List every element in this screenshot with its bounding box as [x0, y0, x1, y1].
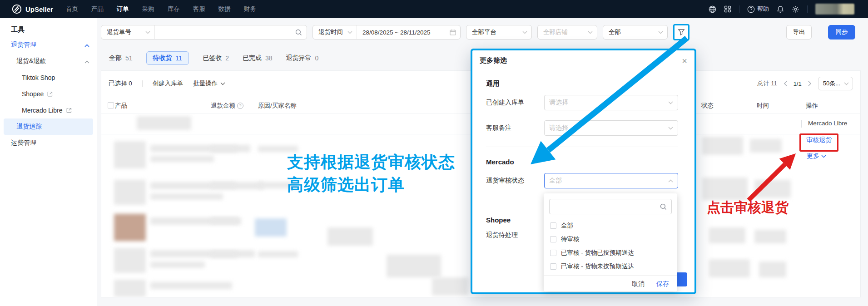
- dropdown-search-input[interactable]: [554, 203, 660, 210]
- redacted-block: [702, 178, 748, 200]
- prev-page-button[interactable]: [784, 81, 787, 86]
- main-nav: 首页 产品 订单 采购 库存 客服 数据 财务: [66, 5, 256, 13]
- sidebar: 工具 退货管理 退货&退款 Tiktok Shop Shopee Mercado…: [0, 18, 97, 306]
- row-more-link[interactable]: 更多: [807, 152, 826, 160]
- checkbox[interactable]: [550, 222, 556, 229]
- option-reviewed-arrived[interactable]: 已审核 - 货物已按预期送达: [549, 246, 672, 260]
- language-globe-icon[interactable]: [709, 5, 716, 13]
- sidebar-item-return-management[interactable]: 退货管理: [0, 37, 97, 53]
- col-refund-amount: 退款金额?: [211, 102, 243, 110]
- sidebar-item-label: Tiktok Shop: [22, 74, 55, 81]
- checkbox[interactable]: [550, 236, 556, 242]
- nav-item-finance[interactable]: 财务: [244, 5, 256, 13]
- search-input[interactable]: [155, 25, 295, 39]
- more-filters-funnel-button[interactable]: [673, 24, 689, 40]
- next-page-button[interactable]: [808, 81, 812, 86]
- redacted-block: [387, 255, 441, 277]
- service-note-select[interactable]: 请选择: [544, 120, 678, 136]
- select-value: 全部: [549, 177, 562, 185]
- sidebar-title: 工具: [0, 18, 97, 37]
- nav-item-data[interactable]: 数据: [218, 5, 231, 13]
- help-label: 帮助: [757, 5, 769, 13]
- page-size-select[interactable]: 50条...: [818, 77, 853, 90]
- save-button[interactable]: 保存: [656, 280, 669, 288]
- sidebar-item-return-refund[interactable]: 退货&退款: [0, 53, 97, 69]
- tab-return-abnormal[interactable]: 退货异常0: [286, 54, 319, 62]
- date-type-select[interactable]: 退货时间: [313, 25, 357, 39]
- redacted-block: [750, 139, 782, 153]
- nav-item-service[interactable]: 客服: [193, 5, 205, 13]
- review-status-select[interactable]: 全部: [544, 173, 678, 188]
- tab-awaiting-receipt[interactable]: 待收货11: [146, 51, 189, 65]
- calendar-icon[interactable]: [450, 29, 456, 35]
- export-button[interactable]: 导出: [786, 25, 812, 39]
- tab-count: 38: [265, 54, 273, 62]
- checkbox[interactable]: [550, 263, 556, 270]
- sidebar-item-mercado-libre[interactable]: Mercado Libre: [0, 102, 97, 118]
- nav-item-orders[interactable]: 订单: [117, 5, 129, 13]
- date-range-value[interactable]: 28/08/2025 ~ 28/11/2025: [357, 29, 434, 36]
- field-label: 退货待处理: [486, 231, 544, 239]
- brand-logo[interactable]: UpSeller: [12, 4, 53, 14]
- help-circle-icon[interactable]: ?: [237, 103, 243, 109]
- date-type-label: 退货时间: [318, 28, 343, 36]
- nav-item-purchase[interactable]: 采购: [142, 5, 154, 13]
- dropdown-options: 全部 待审核 已审核 - 货物已按预期送达 已审核 - 货物未按预期送达: [549, 219, 672, 273]
- tab-label: 全部: [109, 54, 122, 62]
- option-all[interactable]: 全部: [549, 219, 672, 232]
- dropdown-search[interactable]: [549, 199, 672, 214]
- batch-actions-button[interactable]: 批量操作: [193, 79, 225, 88]
- option-reviewed-not-arrived[interactable]: 已审核 - 货物未按预期送达: [549, 260, 672, 273]
- search-icon[interactable]: [295, 29, 302, 36]
- funnel-icon: [678, 29, 685, 36]
- more-filters-modal: 更多筛选 × 通用 已创建入库单 请选择 客服备注 请选择 Mercado 退货…: [471, 49, 696, 294]
- create-inbound-button[interactable]: 创建入库单: [153, 79, 184, 88]
- chevron-down-icon: [668, 127, 673, 130]
- sidebar-item-freight-management[interactable]: 运费管理: [0, 135, 97, 151]
- inbound-select[interactable]: 请选择: [544, 95, 678, 110]
- help-button[interactable]: 帮助: [747, 5, 769, 13]
- sidebar-item-tiktok-shop[interactable]: Tiktok Shop: [0, 69, 97, 86]
- select-all-checkbox[interactable]: [108, 102, 114, 109]
- sidebar-item-label: Mercado Libre: [22, 107, 63, 114]
- apps-grid-icon[interactable]: [724, 5, 731, 13]
- redacted-block: [150, 156, 214, 162]
- nav-item-home[interactable]: 首页: [66, 5, 78, 13]
- chevron-down-icon: [145, 31, 150, 34]
- date-filter-group: 退货时间 28/08/2025 ~ 28/11/2025: [312, 25, 461, 39]
- tab-label: 已签收: [203, 54, 222, 62]
- chevron-down-icon: [821, 155, 826, 158]
- status-select[interactable]: 全部: [603, 25, 668, 39]
- tab-signed[interactable]: 已签收2: [203, 54, 229, 62]
- field-label: 客服备注: [486, 124, 544, 132]
- close-icon[interactable]: ×: [682, 56, 687, 65]
- section-divider: [486, 147, 678, 147]
- nav-item-inventory[interactable]: 库存: [168, 5, 180, 13]
- sidebar-item-shopee[interactable]: Shopee: [0, 86, 97, 102]
- platform-select[interactable]: 全部平台: [466, 25, 532, 39]
- annotation-red-highlight-box: [799, 133, 838, 152]
- tab-completed[interactable]: 已完成38: [243, 54, 273, 62]
- checkbox[interactable]: [550, 250, 556, 256]
- section-general: 通用: [486, 79, 694, 88]
- navbar-right: 帮助: [709, 4, 854, 15]
- settings-gear-icon[interactable]: [792, 5, 799, 13]
- option-pending-review[interactable]: 待审核: [549, 232, 672, 246]
- chevron-up-icon: [84, 41, 89, 49]
- nav-item-products[interactable]: 产品: [91, 5, 104, 13]
- cancel-button[interactable]: 取消: [632, 280, 645, 288]
- sidebar-item-return-tracking[interactable]: 退货追踪: [4, 118, 93, 135]
- tab-label: 退货异常: [286, 54, 312, 62]
- annotation-line2: 高级筛选出订单: [287, 173, 455, 196]
- notifications-bell-icon[interactable]: [777, 5, 784, 13]
- redacted-block: [255, 218, 287, 237]
- option-label: 待审核: [561, 235, 580, 243]
- annotation-red-text: 点击审核退货: [707, 198, 789, 217]
- tab-all[interactable]: 全部51: [109, 54, 133, 62]
- option-label: 全部: [561, 222, 573, 230]
- sync-button[interactable]: 同步: [828, 25, 855, 39]
- search-type-select[interactable]: 退货单号: [101, 25, 154, 39]
- user-account-redacted[interactable]: [815, 4, 854, 15]
- shop-select[interactable]: 全部店铺: [537, 25, 597, 39]
- redacted-block: [114, 248, 146, 273]
